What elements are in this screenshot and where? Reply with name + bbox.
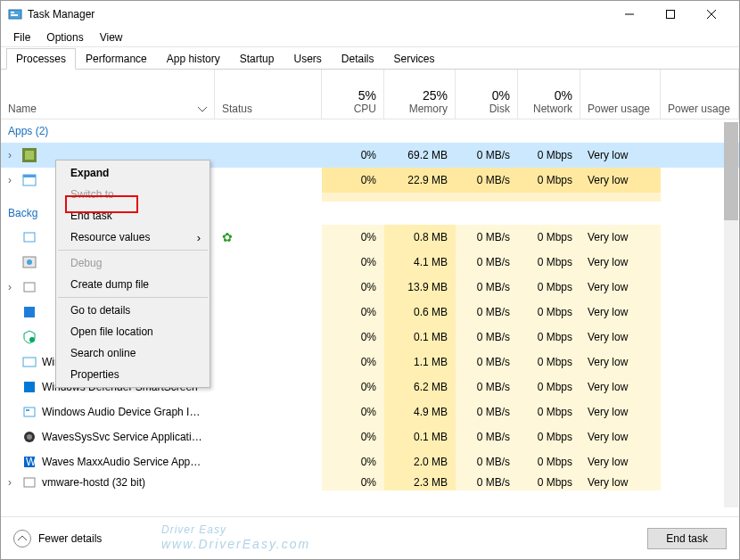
fewer-details-button[interactable]: Fewer details — [13, 530, 102, 548]
svg-rect-8 — [25, 151, 34, 160]
chevron-right-icon[interactable]: › — [8, 476, 17, 489]
ctx-end-task[interactable]: End task — [58, 205, 208, 226]
ctx-resource-values[interactable]: Resource values — [58, 226, 208, 248]
svg-rect-1 — [11, 12, 14, 13]
process-icon — [22, 355, 37, 369]
col-disk[interactable]: 0%Disk — [456, 70, 518, 119]
column-headers: Name Status 5%CPU 25%Memory 0%Disk 0%Net… — [1, 70, 739, 119]
tab-services[interactable]: Services — [384, 48, 445, 70]
end-task-button[interactable]: End task — [647, 528, 727, 549]
scrollbar-thumb[interactable] — [724, 122, 738, 220]
context-menu: Expand Switch to End task Resource value… — [55, 160, 210, 388]
tab-startup[interactable]: Startup — [230, 48, 284, 70]
col-power-usage-trend[interactable]: Power usage — [661, 70, 739, 119]
tab-processes[interactable]: Processes — [6, 48, 76, 70]
process-icon — [22, 405, 37, 419]
group-apps[interactable]: Apps (2) — [1, 119, 739, 143]
svg-point-16 — [29, 337, 35, 342]
menu-bar: File Options View — [1, 28, 739, 47]
window-title: Task Manager — [28, 8, 609, 21]
footer: Fewer details End task — [1, 516, 739, 559]
svg-rect-4 — [667, 11, 675, 19]
chevron-right-icon[interactable]: › — [8, 174, 17, 186]
process-icon — [22, 380, 37, 394]
ctx-create-dump[interactable]: Create dump file — [58, 274, 208, 295]
ctx-properties[interactable]: Properties — [58, 364, 208, 385]
table-row[interactable]: ›vmware-hostd (32 bit) 0% 2.3 MB 0 MB/s … — [1, 474, 739, 490]
svg-point-13 — [27, 259, 32, 265]
ctx-go-to-details[interactable]: Go to details — [58, 300, 208, 321]
tab-performance[interactable]: Performance — [76, 48, 157, 70]
tab-details[interactable]: Details — [332, 48, 384, 70]
ctx-open-file-location[interactable]: Open file location — [58, 321, 208, 342]
col-cpu[interactable]: 5%CPU — [322, 70, 384, 119]
ctx-switch-to: Switch to — [58, 184, 208, 205]
process-name: WavesSysSvc Service Application — [42, 431, 202, 443]
process-icon — [22, 230, 37, 244]
tab-strip: Processes Performance App history Startu… — [1, 47, 739, 70]
shield-icon — [22, 330, 37, 344]
menu-options[interactable]: Options — [39, 29, 90, 45]
svg-rect-20 — [26, 409, 29, 411]
col-power-usage[interactable]: Power usage — [580, 70, 661, 119]
svg-text:W: W — [26, 456, 37, 468]
minimize-button[interactable] — [609, 1, 650, 28]
tab-users[interactable]: Users — [284, 48, 331, 70]
app-icon — [8, 7, 22, 21]
col-name-label: Name — [8, 103, 37, 115]
svg-rect-11 — [24, 233, 35, 242]
process-name: Waves MaxxAudio Service Appli... — [42, 456, 202, 468]
svg-rect-18 — [24, 382, 35, 392]
svg-rect-15 — [24, 307, 35, 317]
process-name: vmware-hostd (32 bit) — [42, 476, 145, 489]
title-bar: Task Manager — [1, 1, 739, 28]
svg-rect-25 — [24, 478, 35, 487]
svg-rect-17 — [23, 358, 36, 366]
ctx-expand[interactable]: Expand — [58, 162, 208, 184]
chevron-right-icon[interactable]: › — [8, 281, 17, 293]
ctx-debug: Debug — [58, 252, 208, 274]
col-name[interactable]: Name — [1, 70, 215, 119]
ctx-search-online[interactable]: Search online — [58, 342, 208, 364]
chevron-up-icon — [13, 530, 31, 548]
window-controls — [609, 1, 732, 28]
col-network[interactable]: 0%Network — [518, 70, 580, 119]
tab-app-history[interactable]: App history — [157, 48, 230, 70]
table-row[interactable]: WavesSysSvc Service Application 0% 0.1 M… — [1, 424, 739, 449]
table-row[interactable]: Windows Audio Device Graph Is... 0% 4.9 … — [1, 399, 739, 424]
app-icon — [22, 173, 37, 187]
svg-rect-2 — [11, 14, 18, 16]
menu-view[interactable]: View — [93, 29, 130, 45]
menu-file[interactable]: File — [6, 29, 37, 45]
svg-rect-10 — [23, 175, 36, 177]
svg-rect-14 — [24, 283, 35, 292]
table-row[interactable]: WWaves MaxxAudio Service Appli... 0% 2.0… — [1, 449, 739, 474]
process-icon — [22, 475, 37, 490]
app-icon — [22, 148, 37, 162]
col-memory[interactable]: 25%Memory — [384, 70, 456, 119]
svg-point-22 — [27, 434, 32, 440]
process-icon — [22, 280, 37, 294]
close-button[interactable] — [691, 1, 732, 28]
expand-column-icon[interactable] — [198, 103, 207, 115]
process-icon — [22, 430, 37, 444]
maximize-button[interactable] — [650, 1, 691, 28]
process-icon: W — [22, 455, 37, 469]
col-status[interactable]: Status — [215, 70, 322, 119]
process-name: Windows Audio Device Graph Is... — [42, 406, 202, 418]
process-icon — [22, 305, 37, 319]
process-icon — [22, 255, 37, 269]
vertical-scrollbar[interactable] — [724, 122, 738, 507]
chevron-right-icon[interactable]: › — [8, 149, 17, 161]
leaf-icon: ✿ — [222, 230, 233, 244]
svg-rect-19 — [24, 408, 35, 416]
